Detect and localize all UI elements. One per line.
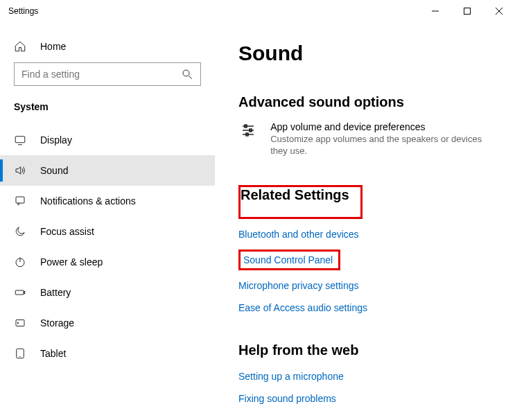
- maximize-button[interactable]: [451, 0, 483, 22]
- svg-rect-8: [16, 197, 24, 203]
- sidebar-item-tablet[interactable]: Tablet: [0, 338, 215, 369]
- sidebar-item-label: Power & sleep: [40, 256, 103, 268]
- link-microphone-privacy[interactable]: Microphone privacy settings: [238, 274, 491, 297]
- home-label: Home: [40, 41, 66, 52]
- svg-rect-12: [24, 292, 25, 294]
- sidebar-item-label: Notifications & actions: [40, 195, 136, 207]
- power-icon: [14, 256, 26, 268]
- search-icon: [181, 68, 193, 80]
- sliders-icon: [238, 121, 258, 138]
- sidebar-item-power-sleep[interactable]: Power & sleep: [0, 247, 215, 277]
- sidebar-item-notifications[interactable]: Notifications & actions: [0, 186, 215, 216]
- advanced-heading: Advanced sound options: [238, 94, 491, 110]
- minimize-button[interactable]: [419, 0, 451, 22]
- sidebar-item-focus-assist[interactable]: Focus assist: [0, 216, 215, 247]
- sidebar-item-label: Battery: [40, 287, 71, 298]
- sidebar-item-display[interactable]: Display: [0, 125, 215, 155]
- main-content: Sound Advanced sound options App volume …: [215, 22, 515, 420]
- svg-rect-11: [15, 290, 24, 295]
- page-title: Sound: [238, 42, 491, 65]
- display-icon: [14, 134, 26, 146]
- link-fixing-sound[interactable]: Fixing sound problems: [238, 387, 491, 410]
- window-title: Settings: [8, 6, 38, 16]
- link-ease-of-access-audio[interactable]: Ease of Access audio settings: [238, 297, 491, 319]
- highlight-related-settings: Related Settings: [238, 185, 363, 219]
- link-bluetooth-devices[interactable]: Bluetooth and other devices: [238, 223, 491, 245]
- sound-icon: [14, 164, 26, 177]
- sidebar: Home System Display Sound: [0, 22, 215, 420]
- svg-rect-1: [464, 8, 471, 15]
- sidebar-item-label: Display: [40, 134, 72, 146]
- svg-point-4: [183, 70, 189, 76]
- search-input[interactable]: [21, 69, 181, 80]
- sidebar-item-label: Storage: [40, 317, 74, 329]
- sidebar-item-label: Tablet: [40, 348, 66, 359]
- svg-point-14: [17, 322, 19, 324]
- notifications-icon: [14, 195, 26, 207]
- storage-icon: [14, 317, 26, 329]
- app-volume-desc: Customize app volumes and the speakers o…: [270, 134, 491, 157]
- close-button[interactable]: [483, 0, 515, 22]
- highlight-sound-control-panel: Sound Control Panel: [238, 250, 340, 270]
- related-settings-heading: Related Settings: [241, 187, 349, 203]
- search-box[interactable]: [14, 62, 201, 86]
- titlebar: Settings: [0, 0, 515, 22]
- sidebar-item-storage[interactable]: Storage: [0, 308, 215, 338]
- focus-assist-icon: [14, 225, 26, 238]
- svg-line-5: [189, 76, 192, 79]
- app-volume-row[interactable]: App volume and device preferences Custom…: [238, 121, 491, 157]
- tablet-icon: [14, 347, 26, 360]
- sidebar-item-label: Focus assist: [40, 226, 94, 237]
- sidebar-item-label: Sound: [40, 165, 68, 176]
- svg-rect-6: [15, 137, 25, 143]
- home-icon: [14, 40, 26, 53]
- link-setup-microphone[interactable]: Setting up a microphone: [238, 365, 491, 387]
- link-sound-control-panel[interactable]: Sound Control Panel: [243, 254, 333, 265]
- battery-icon: [14, 286, 26, 299]
- sidebar-group-label: System: [0, 98, 215, 125]
- app-volume-title: App volume and device preferences: [270, 121, 491, 132]
- home-button[interactable]: Home: [0, 35, 215, 62]
- sidebar-item-sound[interactable]: Sound: [0, 155, 215, 186]
- help-heading: Help from the web: [238, 342, 491, 358]
- sidebar-item-battery[interactable]: Battery: [0, 277, 215, 308]
